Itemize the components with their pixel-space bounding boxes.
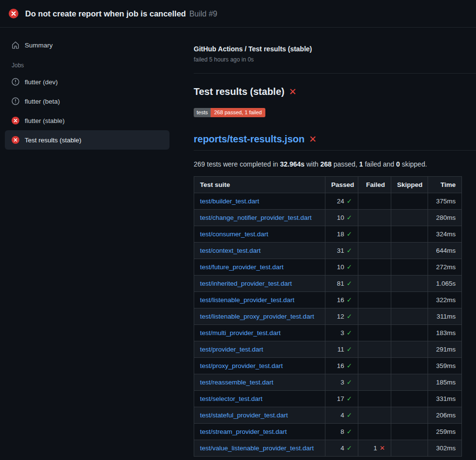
cell-passed: 16✓ [325, 292, 358, 308]
cell-failed: 1✕ [358, 440, 391, 457]
sidebar-item-label: flutter (beta) [25, 98, 60, 105]
cell-failed [358, 259, 391, 276]
cell-time: 259ms [428, 424, 462, 440]
sidebar-item-summary[interactable]: Summary [5, 35, 169, 55]
table-row: test/builder_test.dart24✓375ms [194, 193, 462, 210]
sidebar-item-flutter-dev[interactable]: flutter (dev) [5, 72, 169, 92]
cell-passed: 11✓ [325, 341, 358, 358]
table-row: test/inherited_provider_test.dart81✓1.06… [194, 276, 462, 292]
cell-time: 185ms [428, 374, 462, 391]
pass-check-icon: ✓ [347, 412, 352, 419]
cell-test-suite: test/stateful_provider_test.dart [194, 407, 325, 424]
test-suite-link[interactable]: test/proxy_provider_test.dart [200, 362, 283, 369]
summary-text: with [305, 160, 321, 168]
test-suite-link[interactable]: test/selector_test.dart [200, 395, 262, 402]
failed-status-icon [12, 117, 19, 124]
main-content: GitHub Actions / Test results (stable) f… [189, 28, 476, 457]
cell-skipped [391, 358, 428, 374]
section-title-text: Test results (stable) [194, 86, 284, 97]
table-row: test/listenable_proxy_provider_test.dart… [194, 308, 462, 325]
pass-check-icon: ✓ [347, 247, 352, 254]
cell-skipped [391, 374, 428, 391]
cell-failed [358, 358, 391, 374]
cell-time: 272ms [428, 259, 462, 276]
pass-check-icon: ✓ [347, 329, 352, 337]
cell-test-suite: test/proxy_provider_test.dart [194, 358, 325, 374]
cell-time: 1.065s [428, 276, 462, 292]
table-row: test/future_provider_test.dart10✓272ms [194, 259, 462, 276]
run-status-text: failed 5 hours ago in 0s [194, 56, 476, 63]
column-header-skipped: Skipped [391, 177, 428, 193]
cell-skipped [391, 243, 428, 259]
test-suite-link[interactable]: test/inherited_provider_test.dart [200, 280, 292, 287]
test-suite-link[interactable]: test/change_notifier_provider_test.dart [200, 214, 311, 221]
table-row: test/consumer_test.dart18✓324ms [194, 226, 462, 243]
cell-passed: 81✓ [325, 276, 358, 292]
test-suite-link[interactable]: test/context_test.dart [200, 247, 261, 254]
column-header-test-suite: Test suite [194, 177, 325, 193]
table-row: test/provider_test.dart11✓291ms [194, 341, 462, 358]
pass-check-icon: ✓ [347, 428, 352, 435]
summary-text: passed, [332, 160, 359, 168]
cell-skipped [391, 210, 428, 226]
cell-test-suite: test/listenable_provider_test.dart [194, 292, 325, 308]
cell-skipped [391, 325, 428, 341]
cell-time: 280ms [428, 210, 462, 226]
test-suite-link[interactable]: test/consumer_test.dart [200, 230, 268, 238]
cell-failed [358, 374, 391, 391]
test-suite-link[interactable]: test/stream_provider_test.dart [200, 428, 287, 435]
test-suite-link[interactable]: test/value_listenable_provider_test.dart [200, 445, 314, 452]
sidebar-item-test-results-stable[interactable]: Test results (stable) [5, 130, 169, 150]
jobs-section-label: Jobs [5, 55, 169, 72]
table-row: test/value_listenable_provider_test.dart… [194, 440, 462, 457]
column-header-time: Time [428, 177, 462, 193]
report-title-link[interactable]: reports/test-results.json ✕ [194, 134, 476, 151]
cell-skipped [391, 193, 428, 210]
cell-time: 331ms [428, 391, 462, 407]
fail-cross-icon: ✕ [380, 445, 385, 452]
cell-passed: 10✓ [325, 259, 358, 276]
test-suite-link[interactable]: test/listenable_provider_test.dart [200, 296, 294, 304]
summary-duration: 32.964s [280, 160, 305, 168]
summary-failed-count: 1 [359, 160, 363, 168]
cell-test-suite: test/context_test.dart [194, 243, 325, 259]
column-header-failed: Failed [358, 177, 391, 193]
summary-text: 269 tests were completed in [194, 160, 280, 168]
cell-test-suite: test/stream_provider_test.dart [194, 424, 325, 440]
test-suite-link[interactable]: test/multi_provider_test.dart [200, 329, 281, 337]
sidebar-item-label: Test results (stable) [25, 137, 81, 144]
cell-test-suite: test/provider_test.dart [194, 341, 325, 358]
sidebar-item-flutter-stable[interactable]: flutter (stable) [5, 111, 169, 130]
table-row: test/proxy_provider_test.dart16✓359ms [194, 358, 462, 374]
sidebar-item-flutter-beta[interactable]: flutter (beta) [5, 92, 169, 111]
cell-skipped [391, 308, 428, 325]
cell-test-suite: test/reassemble_test.dart [194, 374, 325, 391]
test-suite-link[interactable]: test/stateful_provider_test.dart [200, 412, 288, 419]
cell-time: 375ms [428, 193, 462, 210]
results-summary: 269 tests were completed in 32.964s with… [194, 160, 476, 168]
sidebar-item-label: flutter (stable) [25, 117, 65, 124]
cell-time: 183ms [428, 325, 462, 341]
cell-skipped [391, 276, 428, 292]
pass-check-icon: ✓ [347, 379, 352, 386]
cell-test-suite: test/value_listenable_provider_test.dart [194, 440, 325, 457]
cell-failed [358, 325, 391, 341]
pass-check-icon: ✓ [347, 395, 352, 402]
test-suite-link[interactable]: test/provider_test.dart [200, 346, 263, 353]
pass-check-icon: ✓ [347, 346, 352, 353]
test-suite-link[interactable]: test/reassemble_test.dart [200, 379, 274, 386]
test-suite-link[interactable]: test/builder_test.dart [200, 198, 259, 205]
badge-value: 268 passed, 1 failed [211, 108, 265, 117]
cell-passed: 3✓ [325, 325, 358, 341]
cell-passed: 12✓ [325, 308, 358, 325]
cell-test-suite: test/multi_provider_test.dart [194, 325, 325, 341]
test-suite-link[interactable]: test/listenable_proxy_provider_test.dart [200, 313, 314, 320]
sidebar: Summary Jobs flutter (dev) flut [0, 28, 189, 150]
summary-text: skipped. [400, 160, 427, 168]
cell-test-suite: test/inherited_provider_test.dart [194, 276, 325, 292]
cell-passed: 31✓ [325, 243, 358, 259]
neutral-status-icon [12, 97, 19, 105]
cell-time: 291ms [428, 341, 462, 358]
test-suite-link[interactable]: test/future_provider_test.dart [200, 263, 284, 271]
report-title-text: reports/test-results.json [194, 134, 305, 145]
